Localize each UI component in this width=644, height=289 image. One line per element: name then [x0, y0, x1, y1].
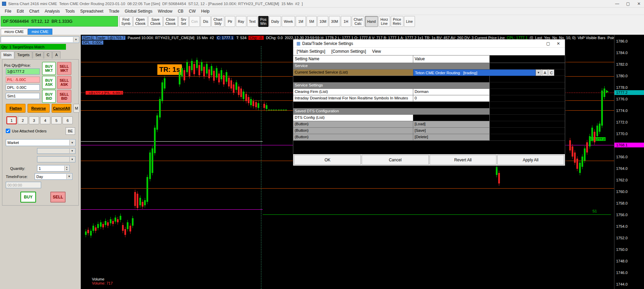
menu-item-trade[interactable]: Trade: [106, 8, 122, 14]
buy-button[interactable]: BUY: [20, 192, 36, 203]
setting-value[interactable]: [Save]: [413, 128, 490, 134]
dialog-menu-common-settings[interactable]: [Common Settings]: [331, 49, 366, 54]
toolbar-button-con[interactable]: Con: [189, 16, 200, 27]
quantity-input[interactable]: 1 ▲▼: [37, 165, 70, 172]
chevron-down-icon[interactable]: ▼: [69, 140, 75, 145]
menu-item-tools[interactable]: Tools: [63, 8, 77, 14]
qty-preset-3[interactable]: 3: [29, 116, 39, 124]
menu-item-file[interactable]: File: [2, 8, 14, 14]
price-axis[interactable]: 1786.01784.01782.01780.01778.01776.01774…: [614, 35, 644, 289]
toolbar-button-chart-stdy[interactable]: ChartStdy: [211, 16, 224, 27]
setting-value[interactable]: 0: [413, 95, 490, 102]
buy-ask-button[interactable]: BUYASK: [42, 76, 56, 89]
settings-row-clearing-firm-list[interactable]: Clearing Firm (List)Dorman: [293, 89, 565, 95]
reverse-button[interactable]: Reverse: [28, 104, 50, 113]
toolbar-button-30m[interactable]: 30M: [329, 16, 340, 27]
apply-all-button[interactable]: Apply All: [497, 155, 564, 165]
settings-row-current-selected-service-list[interactable]: Current Selected Service (List)Teton CME…: [293, 69, 565, 76]
maximize-button[interactable]: ▢: [625, 1, 631, 6]
chart-tab-mini-cme[interactable]: mini CME: [28, 29, 52, 35]
order-type-combo[interactable]: Market ▼: [6, 139, 75, 146]
qty-preset-4[interactable]: 4: [40, 116, 50, 124]
sell-button[interactable]: SELL: [50, 192, 66, 203]
qty-preset-5[interactable]: 5: [51, 116, 62, 124]
setting-value[interactable]: [Delete]: [413, 134, 490, 141]
trade-tab-c[interactable]: C: [44, 51, 52, 59]
sell-mkt-button[interactable]: SELLMKT: [57, 62, 71, 75]
menu-item-edit[interactable]: Edit: [14, 8, 27, 14]
sell-ask-button[interactable]: SELLASK: [57, 76, 71, 89]
toolbar-button-dis[interactable]: Dis: [201, 16, 211, 27]
toolbar-button-horz-line[interactable]: HorzLine: [379, 16, 390, 27]
trade-tab-a[interactable]: A: [52, 51, 60, 59]
cancel-button[interactable]: Cancel: [362, 155, 429, 165]
toolbar-button-hand[interactable]: Hand: [365, 16, 378, 27]
breakeven-button[interactable]: BE: [66, 127, 75, 135]
toolbar-button-pos-win[interactable]: PosWin: [258, 16, 268, 27]
buy-mkt-button[interactable]: BUYMKT: [42, 62, 56, 75]
setting-value[interactable]: [413, 115, 490, 121]
chevron-down-icon[interactable]: ▼: [66, 174, 72, 179]
minimize-button[interactable]: —: [614, 1, 620, 6]
position-qty-price-field[interactable]: 1@1777.2: [6, 68, 40, 75]
dpl-field[interactable]: DPL: 0.00C: [6, 84, 40, 91]
sell-bid-button[interactable]: SELLBID: [57, 90, 71, 103]
menu-item-help[interactable]: Help: [198, 8, 212, 14]
setting-value[interactable]: Dorman: [413, 89, 490, 95]
flatten-button[interactable]: Flatten: [6, 104, 25, 113]
setting-value[interactable]: [Load]: [413, 121, 490, 128]
menu-item-analysis[interactable]: Analysis: [42, 8, 63, 14]
trade-tab-set[interactable]: Set: [33, 51, 44, 59]
dialog-menu-main-settings[interactable]: [*Main Settings]: [297, 49, 325, 54]
qty-preset-1[interactable]: 1: [6, 116, 17, 124]
chart-tab-micro-cme[interactable]: micro CME: [1, 29, 28, 35]
use-attached-orders-checkbox[interactable]: [6, 129, 10, 133]
settings-row-dts-config-list[interactable]: DTS Config (List): [293, 115, 565, 121]
toolbar-button-10m[interactable]: 10M: [317, 16, 328, 27]
menu-item-spreadsheet[interactable]: Spreadsheet: [77, 8, 106, 14]
toolbar-button-text[interactable]: Text: [247, 16, 258, 27]
toolbar-button-5m[interactable]: 5M: [307, 16, 317, 27]
toolbar-button-line[interactable]: Line: [404, 16, 415, 27]
menu-item-window[interactable]: Window: [155, 8, 175, 14]
menu-item-chart[interactable]: Chart: [27, 8, 42, 14]
settings-row-button[interactable]: (Button)[Delete]: [293, 134, 565, 141]
m-button[interactable]: M: [73, 104, 80, 113]
menu-item-cw[interactable]: CW: [186, 8, 198, 14]
toolbar-button-1h[interactable]: 1H: [341, 16, 351, 27]
chevron-down-icon[interactable]: ▼: [536, 69, 541, 76]
toolbar-button-1m[interactable]: 1M: [296, 16, 306, 27]
settings-row-button[interactable]: (Button)[Save]: [293, 128, 565, 134]
symbol-combo[interactable]: ▼: [1, 36, 79, 43]
toolbar-button-ptr[interactable]: Ptr: [225, 16, 235, 27]
settings-row-button[interactable]: (Button)[Load]: [293, 121, 565, 128]
dialog-close-button[interactable]: ✕: [553, 41, 563, 46]
trade-tab-main[interactable]: Main: [1, 51, 14, 59]
toolbar-button-week[interactable]: Week: [282, 16, 295, 27]
menu-item-cb[interactable]: CB: [175, 8, 186, 14]
qty-preset-2[interactable]: 2: [18, 116, 28, 124]
close-button[interactable]: ✕: [636, 1, 642, 6]
account-combo[interactable]: Sim1: [6, 93, 40, 99]
combo-button-c[interactable]: C: [549, 69, 554, 76]
dialog-title-bar[interactable]: ▦ Data/Trade Service Settings ▢ ✕: [293, 39, 565, 48]
qty-preset-6[interactable]: 6: [63, 116, 73, 124]
settings-row-intraday-download-interval-for-non-realtime-symbols-in-minutes[interactable]: Intraday Download Interval For Non Realt…: [293, 95, 565, 102]
toolbar-button-daily[interactable]: Daily: [269, 16, 281, 27]
service-combo[interactable]: Teton CME Order Routing [trading]: [413, 69, 536, 76]
toolbar-button-ray[interactable]: Ray: [236, 16, 246, 27]
cancelall-button[interactable]: CancelAll: [52, 104, 71, 113]
trade-tab-targets[interactable]: Targets: [15, 51, 32, 59]
time-input[interactable]: 00:00:00: [6, 182, 41, 188]
combo-button-a[interactable]: A: [542, 69, 548, 76]
toolbar-button-open-cbook[interactable]: OpenCbook: [133, 16, 147, 27]
dialog-menu-view[interactable]: View: [372, 49, 381, 54]
toolbar-button-price-retrc[interactable]: PriceRetrc: [391, 16, 403, 27]
buy-bid-button[interactable]: BUYBID: [42, 90, 56, 103]
toolbar-button-find-symb[interactable]: FindSymb: [119, 16, 133, 27]
toolbar-button-srv-set[interactable]: SrvSet: [178, 16, 189, 27]
toolbar-button-close-cbook[interactable]: CloseCbook: [163, 16, 178, 27]
toolbar-button-chart-calc[interactable]: ChartCalc: [352, 16, 365, 27]
menu-item-global-settings[interactable]: Global Settings: [122, 8, 155, 14]
tif-combo[interactable]: Day ▼: [35, 173, 72, 180]
